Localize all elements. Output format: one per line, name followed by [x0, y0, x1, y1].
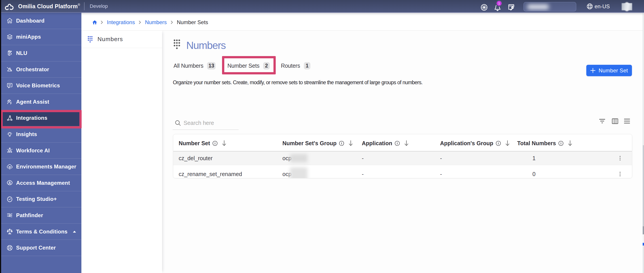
sort-desc-icon[interactable]	[505, 140, 510, 146]
column-header-application[interactable]: Application	[356, 140, 435, 147]
sidebar-item-nlu[interactable]: NLU	[0, 45, 82, 61]
columns-icon[interactable]	[612, 118, 618, 124]
add-number-set-button[interactable]: Number Set	[586, 65, 632, 76]
row-actions-kebab-icon[interactable]	[620, 156, 621, 161]
nlu-block-icon	[6, 50, 13, 56]
integrations-icon	[6, 115, 13, 121]
topbar-divider	[84, 2, 84, 10]
agent-assist-icon	[6, 98, 13, 105]
chevron-right-icon	[139, 20, 141, 24]
system-health-icon[interactable]	[480, 4, 488, 11]
omilia-cloud-logo-icon	[5, 2, 14, 10]
avatar[interactable]	[622, 2, 632, 11]
notification-badge: 1	[497, 1, 502, 6]
tab-all-numbers[interactable]: All Numbers 13	[174, 62, 216, 69]
list-view-icon[interactable]	[624, 118, 630, 124]
search-icon	[175, 120, 181, 126]
scrollbar-segment	[643, 226, 644, 234]
sort-desc-icon[interactable]	[348, 140, 353, 146]
scrollbar[interactable]	[643, 13, 644, 273]
sidebar-item-terms-conditions[interactable]: Terms & Conditions	[0, 224, 82, 240]
chevron-right-icon	[170, 20, 173, 24]
info-icon[interactable]	[558, 141, 564, 146]
panel-item-numbers[interactable]: Numbers	[82, 31, 162, 48]
cell-number-sets-group: ocp	[277, 165, 356, 178]
dialpad-icon	[174, 39, 180, 49]
sidebar-item-miniapps[interactable]: miniApps	[0, 29, 82, 45]
scales-icon	[6, 228, 13, 235]
secondary-panel: Numbers	[82, 31, 162, 273]
tab-count-badge: 1	[304, 62, 310, 69]
table-view-controls	[599, 118, 630, 124]
info-icon[interactable]	[212, 141, 218, 146]
chevron-right-icon	[100, 20, 103, 24]
breadcrumb-link-numbers[interactable]: Numbers	[145, 19, 166, 25]
breadcrumb-link-integrations[interactable]: Integrations	[107, 19, 135, 25]
sort-desc-icon[interactable]	[568, 140, 572, 146]
sidebar-item-voice-biometrics[interactable]: Voice Biometrics	[0, 77, 82, 94]
collapse-caret-icon[interactable]	[73, 231, 76, 233]
home-icon[interactable]	[92, 20, 97, 24]
column-header-total-numbers[interactable]: Total Numbers	[512, 140, 608, 147]
scrollbar-thumb[interactable]	[643, 145, 644, 226]
api-key-icon[interactable]	[508, 3, 515, 10]
sidebar-item-testing-studio[interactable]: Testing Studio+	[0, 191, 82, 208]
table-row[interactable]: cz_del_router ocp - - 1	[173, 151, 632, 165]
cell-number-set: cz_del_router	[173, 155, 277, 162]
main-content: Numbers All Numbers 13 Number Sets 2 Rou…	[162, 31, 644, 273]
tab-count-badge: 13	[207, 62, 216, 69]
screen-edge	[0, 0, 1, 273]
search-input[interactable]	[184, 120, 237, 126]
tab-routers[interactable]: Routers 1	[281, 62, 310, 69]
cloud-environments-icon	[6, 164, 13, 170]
sort-desc-icon[interactable]	[222, 140, 226, 146]
sidebar-item-dashboard[interactable]: Dashboard	[0, 13, 82, 29]
pathfinder-circuit-icon	[6, 212, 13, 219]
sidebar-item-pathfinder[interactable]: Pathfinder	[0, 207, 82, 224]
info-icon[interactable]	[395, 141, 400, 146]
column-header-number-set[interactable]: Number Set	[173, 140, 277, 147]
insights-bulb-icon	[6, 131, 13, 137]
sidebar-item-support-center[interactable]: Support Center	[0, 240, 82, 256]
cell-total-numbers: 1	[512, 155, 608, 162]
page-title: Numbers	[186, 39, 226, 51]
breadcrumb-current: Number Sets	[177, 19, 208, 25]
access-gear-icon	[6, 180, 13, 186]
topbar-nav-develop[interactable]: Develop	[90, 3, 108, 9]
cell-number-set: cz_rename_set_renamed	[173, 171, 277, 177]
sidebar-item-orchestrator[interactable]: Orchestrator	[0, 61, 82, 78]
brand: Omilia Cloud Platform®	[0, 2, 80, 10]
row-actions-kebab-icon[interactable]	[620, 172, 621, 177]
search-box	[173, 116, 238, 130]
sidebar-item-access-management[interactable]: Access Management	[0, 175, 82, 191]
cell-applications-group: -	[435, 155, 512, 162]
sidebar-item-agent-assist[interactable]: Agent Assist	[0, 94, 82, 110]
info-icon[interactable]	[339, 141, 344, 146]
column-header-applications-group[interactable]: Application's Group	[435, 140, 512, 147]
filter-icon[interactable]	[599, 118, 606, 124]
table-row[interactable]: cz_rename_set_renamed ocp - - 0	[173, 165, 632, 178]
sidebar-item-environments-manager[interactable]: Environments Manager	[0, 159, 82, 175]
layers-icon	[6, 34, 13, 40]
redacted-text	[290, 154, 308, 162]
globe-icon	[587, 3, 593, 9]
add-button-label: Number Set	[598, 67, 628, 74]
cell-total-numbers: 0	[512, 171, 608, 177]
tab-number-sets[interactable]: Number Sets 2	[228, 62, 270, 69]
brand-name: Omilia Cloud Platform®	[18, 3, 80, 9]
redacted-text	[290, 167, 308, 178]
info-icon[interactable]	[496, 141, 501, 146]
breadcrumb: Integrations Numbers Number Sets	[82, 13, 644, 31]
locale-switcher[interactable]: en-US	[587, 3, 610, 9]
number-sets-table: Number Set Number Set's Group Applicatio…	[173, 134, 632, 178]
column-header-number-sets-group[interactable]: Number Set's Group	[277, 140, 356, 147]
tenant-selector[interactable]	[524, 2, 576, 11]
dialpad-icon	[88, 36, 92, 43]
scrollbar-blue-marker	[643, 243, 644, 246]
cell-application: -	[356, 171, 435, 177]
sidebar-item-integrations[interactable]: Integrations	[0, 110, 82, 126]
sidebar-item-workforce-ai[interactable]: Workforce AI	[0, 143, 82, 159]
sidebar-item-insights[interactable]: Insights	[0, 126, 82, 143]
avatar-image-redacted	[622, 3, 632, 10]
sort-desc-icon[interactable]	[404, 140, 409, 146]
